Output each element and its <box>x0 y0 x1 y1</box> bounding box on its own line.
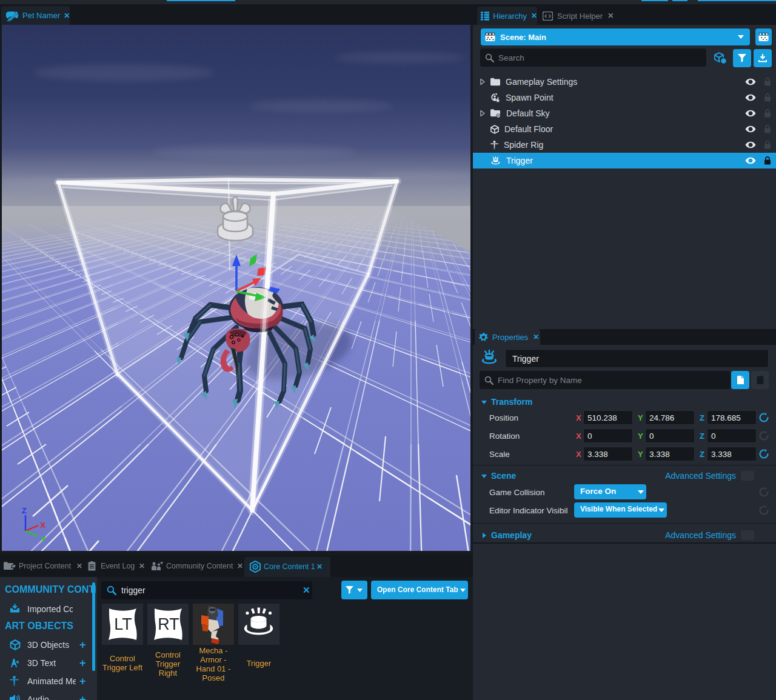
svg-text:Z: Z <box>22 506 27 515</box>
svg-text:X: X <box>40 521 45 530</box>
svg-text:Y: Y <box>41 535 46 544</box>
svg-text:RT: RT <box>158 615 179 633</box>
svg-text:LT: LT <box>114 615 132 633</box>
